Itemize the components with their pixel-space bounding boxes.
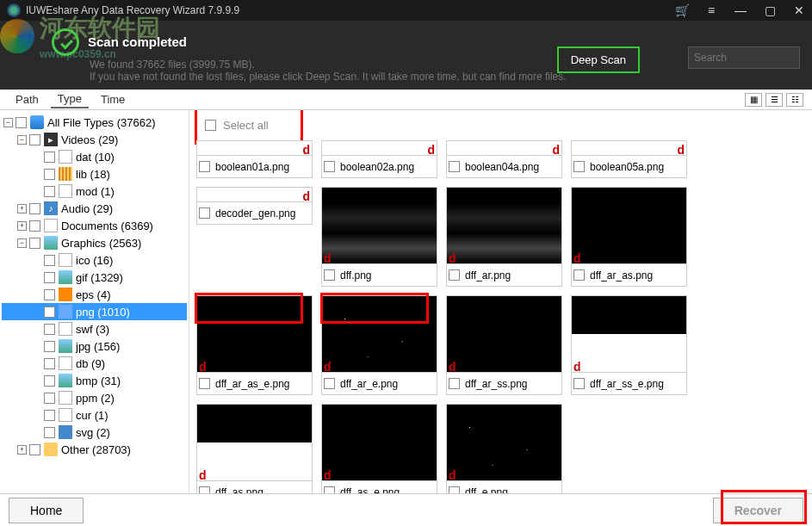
highlight-dff [195, 293, 303, 324]
minimize-button[interactable]: — [735, 4, 747, 16]
tree-ico[interactable]: ico (16) [2, 251, 187, 269]
tree-lib[interactable]: lib (18) [2, 165, 187, 183]
tree-jpg[interactable]: jpg (156) [2, 337, 187, 355]
tree-svg[interactable]: svg (2) [2, 424, 187, 441]
tree-audio[interactable]: +♪Audio (29) [2, 200, 187, 217]
file-item[interactable]: dboolean04a.png [446, 140, 562, 178]
tree-swf[interactable]: swf (3) [2, 320, 187, 337]
tree-documents[interactable]: +Documents (6369) [2, 217, 187, 234]
view-detail-icon[interactable]: ☷ [786, 93, 803, 107]
file-tree: −All File Types (37662) −▸Videos (29) da… [0, 110, 189, 493]
file-item[interactable]: ddff_e.png [446, 404, 562, 493]
file-item[interactable]: dboolean01a.png [196, 140, 313, 178]
status-detail: We found 37662 files (3999.75 MB). [90, 59, 567, 71]
tab-path[interactable]: Path [9, 91, 46, 108]
tree-other[interactable]: +Other (28703) [2, 441, 187, 458]
tree-cur[interactable]: cur (1) [2, 406, 187, 424]
tree-ppm[interactable]: ppm (2) [2, 389, 187, 406]
tree-bmp[interactable]: bmp (31) [2, 372, 187, 389]
tab-time[interactable]: Time [94, 91, 132, 108]
tree-eps[interactable]: eps (4) [2, 286, 187, 303]
file-item[interactable]: ddff_ar_as.png [571, 187, 687, 287]
tab-type[interactable]: Type [51, 90, 89, 108]
cart-icon[interactable]: 🛒 [676, 4, 688, 16]
view-grid-icon[interactable]: ▦ [745, 93, 762, 107]
status-hint: If you have not found the lost files, pl… [90, 71, 567, 83]
tree-gif[interactable]: gif (1329) [2, 269, 187, 286]
deep-scan-button[interactable]: Deep Scan [557, 46, 640, 73]
tree-root[interactable]: −All File Types (37662) [2, 114, 187, 131]
home-button[interactable]: Home [9, 498, 84, 523]
file-item[interactable]: dboolean05a.png [571, 140, 687, 178]
search-input[interactable]: 🔍 [688, 46, 800, 69]
file-item[interactable]: ddff_as.png [196, 404, 313, 493]
tree-db[interactable]: db (9) [2, 355, 187, 372]
file-item[interactable]: ddff_ar.png [446, 187, 562, 287]
view-list-icon[interactable]: ☰ [766, 93, 783, 107]
close-button[interactable]: ✕ [793, 4, 805, 16]
tree-png[interactable]: png (1010) [2, 303, 187, 320]
menu-icon[interactable]: ≡ [705, 4, 717, 16]
tree-videos[interactable]: −▸Videos (29) [2, 131, 187, 148]
maximize-button[interactable]: ▢ [764, 4, 776, 16]
tree-graphics[interactable]: −Graphics (2563) [2, 234, 187, 251]
file-item[interactable]: ddff_ar_ss_e.png [571, 295, 687, 395]
file-item[interactable]: dboolean02a.png [321, 140, 437, 178]
highlight-recover [721, 490, 807, 524]
highlight-selectall [195, 110, 303, 145]
tree-dat[interactable]: dat (10) [2, 148, 187, 165]
file-item[interactable]: ddff_ar_ss.png [446, 295, 562, 395]
tree-mod[interactable]: mod (1) [2, 183, 187, 200]
status-text: Scan completed [88, 34, 187, 49]
file-item[interactable]: ddff.png [321, 187, 437, 287]
file-item[interactable]: ddecoder_gen.png [196, 187, 313, 287]
file-item[interactable]: ddff_as_e.png [321, 404, 437, 493]
highlight-dff-ar [320, 293, 429, 324]
status-complete-icon [52, 28, 79, 56]
